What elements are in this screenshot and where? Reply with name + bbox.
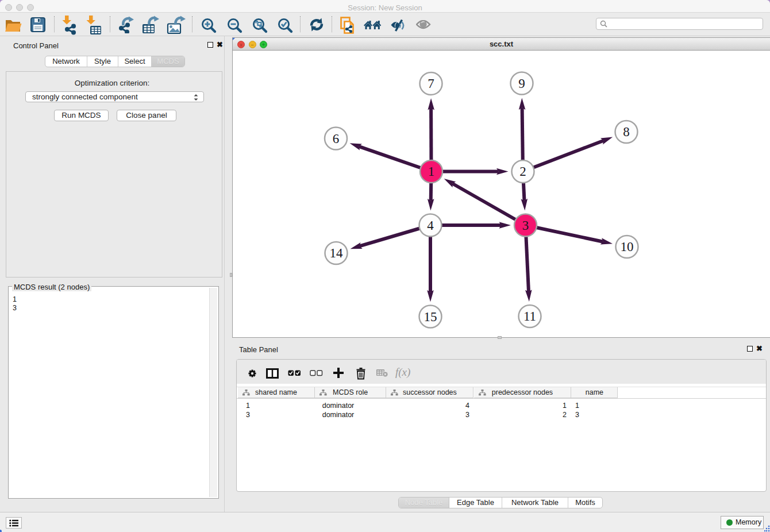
svg-text:1: 1 (428, 164, 435, 179)
svg-text:8: 8 (623, 125, 630, 139)
svg-text:7: 7 (428, 76, 434, 91)
svg-text:2: 2 (519, 164, 526, 179)
svg-text:4: 4 (427, 218, 434, 233)
svg-text:14: 14 (330, 246, 344, 260)
svg-text:6: 6 (333, 132, 340, 146)
svg-text:9: 9 (518, 76, 525, 91)
svg-text:11: 11 (523, 309, 536, 323)
svg-text:3: 3 (522, 218, 529, 233)
svg-text:10: 10 (621, 240, 634, 254)
svg-text:15: 15 (424, 310, 437, 324)
